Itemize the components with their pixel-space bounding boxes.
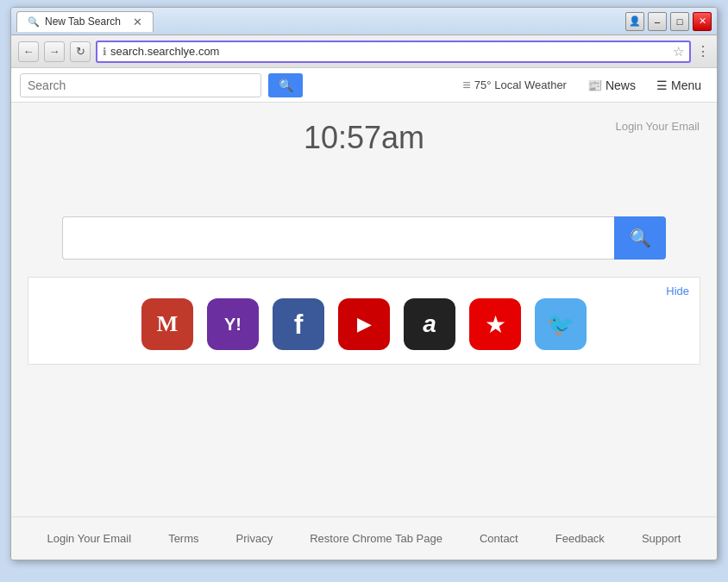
footer-privacy[interactable]: Privacy (236, 532, 273, 545)
toolbar: 🔍 ≡ 75° Local Weather 📰 News ☰ Menu (11, 68, 717, 103)
main-search-input[interactable] (62, 216, 614, 260)
menu-widget[interactable]: ☰ Menu (650, 78, 708, 92)
minimize-button[interactable]: – (648, 12, 667, 31)
weather-temp: 75° (474, 78, 492, 91)
weather-label: Local Weather (494, 78, 567, 91)
browser-menu-button[interactable]: ⋮ (696, 43, 710, 59)
browser-tab[interactable]: 🔍 New Tab Search ✕ (16, 11, 154, 32)
time-text: 10:57am (304, 120, 424, 155)
back-button[interactable]: ← (18, 41, 39, 62)
amazon-shortcut[interactable]: a (404, 298, 455, 350)
footer-login-email[interactable]: Login Your Email (47, 532, 132, 545)
reload-button[interactable]: ↻ (70, 41, 91, 62)
youtube-shortcut[interactable]: ▶ (338, 298, 390, 350)
facebook-shortcut[interactable]: f (273, 298, 324, 350)
footer-feedback[interactable]: Feedback (555, 532, 605, 545)
shortcuts-panel: Hide M Y! f ▶ a ★ (28, 277, 700, 365)
footer-contact[interactable]: Contact (480, 532, 518, 545)
news-icon: 📰 (587, 78, 602, 92)
url-text: search.searchlye.com (110, 45, 669, 58)
window-controls: 👤 – □ ✕ (625, 12, 712, 31)
bookmark-icon[interactable]: ☆ (673, 44, 684, 59)
weather-widget[interactable]: ≡ 75° Local Weather (455, 78, 574, 93)
nav-bar: ← → ↻ ℹ search.searchlye.com ☆ ⋮ (11, 35, 717, 68)
page-content: 10:57am Login Your Email 🔍 Hide M Y! (11, 103, 717, 516)
hide-button[interactable]: Hide (666, 285, 689, 297)
main-search-icon: 🔍 (630, 228, 651, 248)
toolbar-search-input[interactable] (20, 73, 261, 97)
footer-support[interactable]: Support (642, 532, 681, 545)
main-search-area: 🔍 (62, 216, 666, 260)
address-bar[interactable]: ℹ search.searchlye.com ☆ (96, 41, 691, 63)
search-icon: 🔍 (279, 78, 293, 92)
main-search-button[interactable]: 🔍 (614, 216, 666, 260)
twitter-shortcut[interactable]: 🐦 (535, 298, 587, 350)
footer: Login Your Email Terms Privacy Restore C… (11, 516, 717, 560)
clock-display: 10:57am (11, 103, 717, 165)
title-bar: 🔍 New Tab Search ✕ 👤 – □ ✕ (11, 8, 717, 35)
tab-favicon: 🔍 (28, 16, 40, 28)
close-button[interactable]: ✕ (693, 12, 712, 31)
browser-window: 🔍 New Tab Search ✕ 👤 – □ ✕ ← → ↻ ℹ searc… (10, 7, 718, 560)
info-icon: ℹ (103, 46, 107, 58)
yahoo-shortcut[interactable]: Y! (207, 298, 259, 350)
gmail-shortcut[interactable]: M (141, 298, 193, 350)
forward-button[interactable]: → (44, 41, 65, 62)
shortcuts-row: M Y! f ▶ a ★ 🐦 (42, 298, 686, 350)
weather-icon: ≡ (462, 78, 470, 93)
macys-shortcut[interactable]: ★ (469, 298, 521, 350)
menu-label: Menu (671, 78, 701, 92)
menu-hamburger-icon: ☰ (656, 78, 668, 92)
maximize-button[interactable]: □ (670, 12, 689, 31)
toolbar-search-button[interactable]: 🔍 (268, 73, 303, 97)
tab-title: New Tab Search (45, 16, 121, 28)
login-email-link[interactable]: Login Your Email (615, 120, 700, 133)
news-widget[interactable]: 📰 News (581, 78, 643, 92)
footer-terms[interactable]: Terms (168, 532, 198, 545)
news-label: News (606, 78, 636, 92)
user-icon-button[interactable]: 👤 (625, 12, 644, 31)
tab-close-button[interactable]: ✕ (133, 16, 142, 28)
footer-restore-chrome[interactable]: Restore Chrome Tab Page (310, 532, 442, 545)
